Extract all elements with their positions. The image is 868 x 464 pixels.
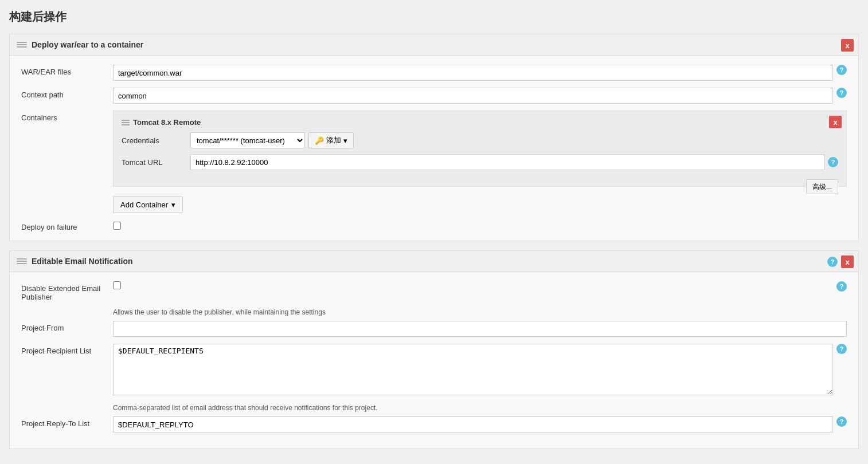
context-path-row: Context path ? [21, 88, 847, 104]
tomcat-url-row: Tomcat URL ? [122, 154, 838, 170]
project-replyto-field [113, 416, 833, 432]
project-recipient-label: Project Recipient List [21, 344, 113, 355]
container-drag-handle[interactable] [122, 120, 130, 125]
context-path-field [113, 88, 833, 104]
credentials-row: Credentials tomcat/****** (tomcat-user) … [122, 132, 838, 148]
project-replyto-input[interactable] [113, 416, 833, 432]
war-ear-field [113, 65, 833, 81]
email-section: Editable Email Notification x ? Disable … [9, 250, 859, 449]
add-container-label: Add Container [120, 200, 168, 209]
disable-publisher-help-icon[interactable]: ? [836, 281, 847, 292]
add-credentials-chevron-icon: ▾ [343, 136, 347, 145]
project-from-input[interactable] [113, 321, 847, 337]
project-replyto-row: Project Reply-To List ? [21, 416, 847, 432]
project-from-row: Project From [21, 321, 847, 337]
deploy-section-body: WAR/EAR files ? Context path ? Container… [10, 56, 858, 241]
credentials-label: Credentials [122, 136, 190, 145]
deploy-section: Deploy war/ear to a container x WAR/EAR … [9, 34, 859, 241]
email-section-body: Disable Extended Email Publisher ? Allow… [10, 272, 858, 449]
tomcat-url-field [190, 154, 824, 170]
recipient-helper-text: Comma-separated list of email address th… [113, 404, 847, 412]
containers-field: x Tomcat 8.x Remote Credentials tomcat/*… [113, 111, 847, 213]
containers-label: Containers [21, 111, 113, 122]
credentials-select[interactable]: tomcat/****** (tomcat-user) [190, 132, 305, 148]
tomcat-container-box: x Tomcat 8.x Remote Credentials tomcat/*… [113, 111, 847, 187]
deploy-on-failure-label: Deploy on failure [21, 220, 113, 231]
drag-handle-email[interactable] [17, 258, 27, 264]
email-section-close[interactable]: x [841, 255, 854, 268]
project-from-label: Project From [21, 321, 113, 332]
disable-publisher-checkbox[interactable] [113, 281, 121, 289]
tomcat-url-help-icon[interactable]: ? [828, 157, 838, 167]
email-section-help-icon[interactable]: ? [827, 257, 838, 267]
war-ear-help-icon[interactable]: ? [836, 65, 847, 75]
deploy-on-failure-checkbox[interactable] [113, 222, 121, 230]
war-ear-row: WAR/EAR files ? [21, 65, 847, 81]
project-recipient-help-icon[interactable]: ? [836, 344, 847, 354]
deploy-section-title: Deploy war/ear to a container [32, 40, 143, 49]
containers-row: Containers x Tomcat 8.x Remote Credentia… [21, 111, 847, 213]
deploy-section-close[interactable]: x [841, 39, 854, 52]
project-replyto-label: Project Reply-To List [21, 416, 113, 428]
tomcat-container-title: Tomcat 8.x Remote [122, 118, 838, 127]
project-replyto-help-icon[interactable]: ? [836, 416, 847, 427]
tomcat-url-input[interactable] [190, 154, 824, 170]
deploy-section-header: Deploy war/ear to a container [10, 34, 858, 56]
add-container-wrapper: Add Container ▾ [113, 191, 847, 213]
add-credentials-button[interactable]: 🔑 添加 ▾ [308, 132, 354, 148]
deploy-on-failure-row: Deploy on failure [21, 220, 847, 231]
drag-handle-deploy[interactable] [17, 42, 27, 48]
tomcat-url-label: Tomcat URL [122, 158, 190, 167]
add-container-chevron-icon: ▾ [171, 200, 175, 209]
advanced-button[interactable]: 高级... [806, 179, 838, 194]
disable-publisher-helper-text: Allows the user to disable the publisher… [113, 308, 847, 316]
war-ear-label: WAR/EAR files [21, 65, 113, 76]
disable-publisher-field [113, 281, 833, 291]
email-section-title: Editable Email Notification [32, 257, 133, 266]
tomcat-container-close[interactable]: x [829, 116, 842, 128]
project-recipient-row: Project Recipient List ? [21, 344, 847, 397]
context-path-label: Context path [21, 88, 113, 99]
war-ear-input[interactable] [113, 65, 833, 81]
context-path-input[interactable] [113, 88, 833, 104]
project-recipient-textarea[interactable] [113, 344, 833, 395]
disable-publisher-row: Disable Extended Email Publisher ? [21, 281, 847, 301]
page-title: 构建后操作 [9, 9, 859, 25]
project-from-field [113, 321, 847, 337]
key-icon: 🔑 [315, 136, 324, 145]
email-section-header: Editable Email Notification [10, 251, 858, 272]
add-container-button[interactable]: Add Container ▾ [113, 196, 183, 213]
context-path-help-icon[interactable]: ? [836, 88, 847, 98]
disable-publisher-label: Disable Extended Email Publisher [21, 281, 113, 301]
project-recipient-field [113, 344, 833, 397]
advanced-area: 高级... [122, 176, 838, 179]
